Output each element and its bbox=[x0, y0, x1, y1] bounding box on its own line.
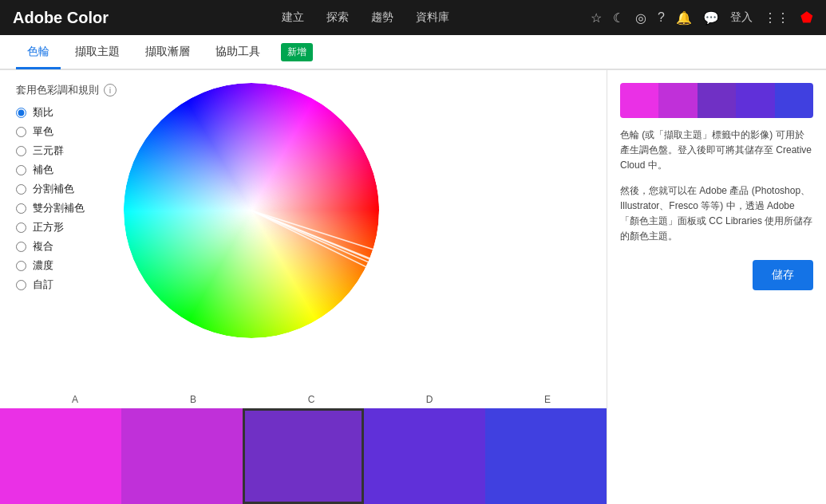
right-panel: 色輪 (或「擷取主題」標籤中的影像) 可用於產生調色盤。登入後即可將其儲存至 C… bbox=[607, 70, 826, 504]
swatch-b[interactable] bbox=[121, 408, 243, 504]
chat-icon[interactable]: 💬 bbox=[703, 10, 719, 26]
apps-icon[interactable]: ⋮⋮ bbox=[764, 10, 789, 26]
color-wheel[interactable] bbox=[124, 83, 379, 338]
tab-extract-theme[interactable]: 擷取主題 bbox=[64, 37, 131, 69]
palette-swatch bbox=[736, 83, 774, 118]
swatch-label-c: C bbox=[252, 394, 370, 408]
adobe-icon[interactable]: ⬟ bbox=[800, 9, 813, 26]
sub-navigation: 色輪 擷取主題 擷取漸層 協助工具 新增 bbox=[0, 35, 826, 70]
save-button[interactable]: 儲存 bbox=[753, 260, 813, 290]
tab-extract-gradient[interactable]: 擷取漸層 bbox=[134, 37, 201, 69]
info-icon[interactable]: i bbox=[104, 84, 117, 96]
swatch-label-a: A bbox=[16, 394, 134, 408]
swatches-section: A B C D E bbox=[0, 394, 607, 504]
palette-swatch bbox=[658, 83, 697, 118]
swatch-d[interactable] bbox=[364, 408, 485, 504]
swatch-labels: A B C D E bbox=[16, 394, 607, 408]
swatch-label-e: E bbox=[488, 394, 607, 408]
moon-icon[interactable]: ☾ bbox=[613, 10, 624, 26]
color-wheel-area[interactable] bbox=[124, 83, 395, 354]
nav-create[interactable]: 建立 bbox=[282, 10, 304, 25]
palette-swatch bbox=[775, 83, 813, 118]
login-button[interactable]: 登入 bbox=[730, 10, 753, 25]
swatch-a[interactable] bbox=[0, 408, 121, 504]
bookmark-icon[interactable]: ☆ bbox=[591, 10, 602, 26]
info-text-1: 色輪 (或「擷取主題」標籤中的影像) 可用於產生調色盤。登入後即可將其儲存至 C… bbox=[620, 128, 813, 174]
tab-accessibility[interactable]: 協助工具 bbox=[204, 37, 271, 69]
info-text-2: 然後，您就可以在 Adobe 產品 (Photoshop、Illustrator… bbox=[620, 183, 813, 245]
app-logo: Adobe Color bbox=[13, 9, 109, 27]
nav-library[interactable]: 資料庫 bbox=[416, 10, 449, 25]
palette-swatch bbox=[698, 83, 736, 118]
palette-preview bbox=[620, 83, 813, 118]
swatch-c[interactable] bbox=[243, 408, 364, 504]
nav-trends[interactable]: 趨勢 bbox=[371, 10, 393, 25]
notification-icon[interactable]: 🔔 bbox=[676, 10, 692, 26]
color-wheel-icon[interactable]: ◎ bbox=[635, 10, 646, 26]
swatch-label-d: D bbox=[370, 394, 488, 408]
swatch-label-b: B bbox=[134, 394, 252, 408]
tab-color-wheel[interactable]: 色輪 bbox=[16, 37, 61, 69]
palette-swatch bbox=[620, 83, 658, 118]
nav-links: 建立 探索 趨勢 資料庫 bbox=[140, 10, 591, 25]
help-icon[interactable]: ? bbox=[658, 10, 665, 25]
top-navigation: Adobe Color 建立 探索 趨勢 資料庫 ☆ ☾ ◎ ? 🔔 💬 登入 … bbox=[0, 0, 826, 35]
nav-right-icons: ☆ ☾ ◎ ? 🔔 💬 登入 ⋮⋮ ⬟ bbox=[591, 9, 813, 26]
color-swatches bbox=[0, 408, 607, 504]
swatch-e[interactable] bbox=[485, 408, 607, 504]
main-content: 套用色彩調和規則 i 類比 單色 三元群 補色 分割補色 bbox=[0, 70, 826, 504]
left-panel: 套用色彩調和規則 i 類比 單色 三元群 補色 分割補色 bbox=[0, 70, 607, 504]
new-badge[interactable]: 新增 bbox=[281, 43, 313, 61]
nav-explore[interactable]: 探索 bbox=[326, 10, 349, 25]
